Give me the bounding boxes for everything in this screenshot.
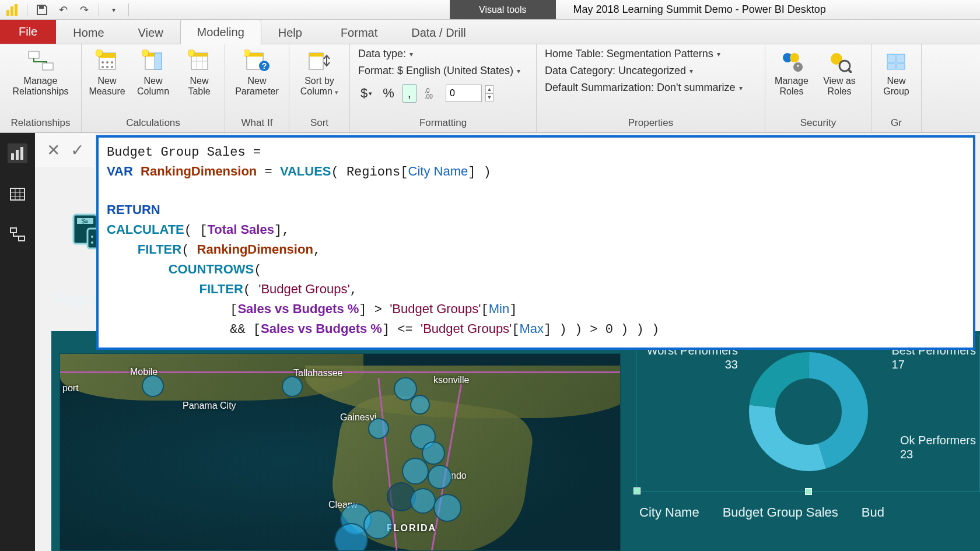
tab-data-drill[interactable]: Data / Drill — [394, 20, 482, 44]
group-formatting: Data type: ▾ Format: $ English (United S… — [350, 44, 537, 132]
formula-cancel-icon[interactable]: ✕ — [47, 141, 60, 160]
tab-view[interactable]: View — [121, 20, 180, 44]
column-icon — [140, 48, 167, 75]
donut-value-ok: 23 — [900, 448, 913, 461]
table-col-sales: Budget Group Sales — [723, 505, 838, 520]
svg-rect-1 — [10, 6, 13, 16]
canvas-area: $≡ Regional Sa ✕ ✓ Budget Group Sales = … — [35, 133, 980, 551]
title-bar: ↶ ↷ ▾ Visual tools May 2018 Learning Sum… — [0, 0, 980, 20]
right-panel: Worst Performers 33 Best Performers 17 O… — [629, 331, 980, 551]
tab-file[interactable]: File — [0, 20, 56, 44]
formula-editor[interactable]: Budget Group Sales = VAR RankingDimensio… — [96, 135, 975, 350]
decimal-places-input[interactable]: 0 — [446, 85, 482, 102]
tab-format[interactable]: Format — [324, 20, 394, 44]
tab-modeling[interactable]: Modeling — [180, 19, 261, 44]
new-parameter-button[interactable]: ? New Parameter — [230, 47, 284, 97]
group-calculations-label: Calculations — [86, 116, 220, 131]
quick-access-toolbar: ↶ ↷ ▾ — [0, 3, 135, 16]
chevron-down-icon: ▾ — [517, 67, 520, 75]
new-group-button[interactable]: New Group — [876, 47, 916, 97]
svg-rect-42 — [887, 64, 895, 69]
decimal-spinner[interactable]: ▲▼ — [485, 85, 494, 101]
svg-point-12 — [106, 66, 108, 68]
svg-point-29 — [244, 50, 250, 57]
svg-point-11 — [102, 66, 104, 68]
donut-visual[interactable]: Worst Performers 33 Best Performers 17 O… — [636, 335, 980, 492]
save-icon[interactable] — [36, 3, 48, 16]
spinner-up-icon[interactable]: ▲ — [485, 85, 494, 93]
donut-value-worst: 33 — [725, 358, 738, 371]
undo-icon[interactable]: ↶ — [57, 3, 69, 16]
map-visual[interactable]: Mobile port Tallahassee ksonville Panama… — [60, 353, 621, 551]
thousands-separator-button[interactable]: , — [402, 84, 416, 103]
city-label: ksonville — [433, 375, 469, 385]
view-switcher-rail — [0, 133, 35, 551]
group-calculations: New Measure New Column New Table Calcula… — [82, 44, 225, 132]
home-table-dropdown[interactable]: Home Table: Segmentation Patterns ▾ — [545, 48, 757, 60]
new-measure-button[interactable]: New Measure — [86, 47, 128, 97]
currency-format-button[interactable]: $ ▾ — [358, 86, 374, 101]
default-summarization-dropdown[interactable]: Default Summarization: Don't summarize ▾ — [545, 82, 757, 94]
table-col-city: City Name — [639, 505, 699, 520]
group-groups-label: Gr — [876, 116, 916, 131]
group-groups: New Group Gr — [872, 44, 922, 132]
new-table-button[interactable]: New Table — [178, 47, 220, 97]
group-sort: Sort by Column ▾ Sort — [289, 44, 350, 132]
svg-rect-3 — [39, 6, 44, 9]
group-relationships-label: Relationships — [5, 116, 76, 131]
tab-home[interactable]: Home — [56, 20, 121, 44]
model-view-icon[interactable] — [8, 225, 27, 245]
report-view-icon[interactable] — [8, 143, 27, 163]
svg-line-39 — [848, 69, 852, 73]
ribbon: Manage Relationships Relationships New M… — [0, 44, 980, 133]
parameter-icon: ? — [244, 48, 271, 75]
view-as-roles-label: View as Roles — [823, 76, 856, 97]
format-tools-row: $ ▾ % , .0.00 0 ▲▼ — [358, 84, 528, 103]
table-icon — [186, 48, 213, 75]
chevron-down-icon: ▾ — [690, 67, 693, 75]
svg-point-24 — [188, 50, 195, 57]
sort-by-column-button[interactable]: Sort by Column ▾ — [294, 47, 345, 97]
window-title: May 2018 Learning Summit Demo - Power BI… — [573, 3, 826, 16]
redo-icon[interactable]: ↷ — [78, 3, 90, 16]
contextual-tab-label: Visual tools — [450, 0, 556, 19]
new-table-label: New Table — [188, 76, 210, 97]
sort-by-column-label: Sort by Column ▾ — [300, 76, 339, 97]
svg-rect-0 — [6, 10, 9, 16]
svg-rect-43 — [897, 64, 905, 69]
svg-text:?: ? — [261, 61, 267, 71]
format-dropdown[interactable]: Format: $ English (United States) ▾ — [358, 65, 528, 77]
sort-icon — [306, 48, 333, 75]
svg-point-8 — [102, 61, 104, 64]
table-visual-header[interactable]: City Name Budget Group Sales Bud — [636, 499, 980, 520]
qat-dropdown-icon[interactable]: ▾ — [107, 3, 120, 16]
formula-bar-row: ✕ ✓ Budget Group Sales = VAR RankingDime… — [35, 133, 980, 355]
groups-icon — [883, 48, 910, 75]
svg-rect-40 — [887, 54, 895, 62]
view-as-roles-button[interactable]: View as Roles — [818, 47, 861, 97]
table-col-budget: Bud — [862, 505, 884, 520]
data-category-dropdown[interactable]: Data Category: Uncategorized ▾ — [545, 65, 757, 77]
view-roles-icon — [826, 48, 853, 75]
svg-rect-5 — [43, 63, 53, 70]
data-type-dropdown[interactable]: Data type: ▾ — [358, 48, 528, 60]
formula-accept-icon[interactable]: ✓ — [71, 141, 84, 160]
city-label: Panama City — [183, 401, 236, 411]
chevron-down-icon: ▾ — [739, 84, 743, 92]
svg-rect-44 — [11, 153, 14, 160]
group-relationships: Manage Relationships Relationships — [0, 44, 82, 132]
tab-help[interactable]: Help — [261, 20, 319, 44]
city-label: port — [62, 383, 79, 394]
group-properties: Home Table: Segmentation Patterns ▾ Data… — [537, 44, 765, 132]
group-security-label: Security — [770, 116, 866, 131]
svg-rect-4 — [29, 51, 39, 58]
percent-format-button[interactable]: % — [380, 86, 397, 101]
svg-rect-46 — [20, 147, 23, 160]
donut-value-best: 17 — [892, 358, 905, 371]
new-column-button[interactable]: New Column — [132, 47, 174, 97]
manage-relationships-button[interactable]: Manage Relationships — [5, 47, 76, 97]
svg-rect-2 — [15, 4, 18, 16]
manage-roles-button[interactable]: Manage Roles — [770, 47, 813, 97]
spinner-down-icon[interactable]: ▼ — [485, 93, 494, 101]
data-view-icon[interactable] — [8, 184, 27, 204]
